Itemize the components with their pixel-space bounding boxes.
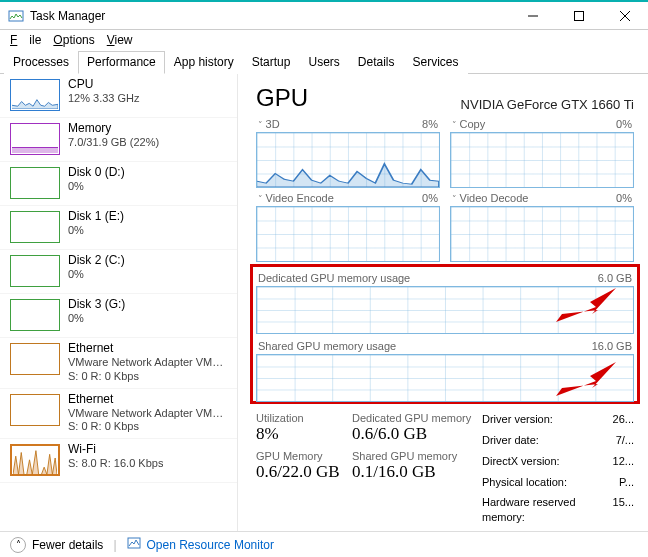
chart-3d[interactable]: 3D8% [256, 118, 440, 188]
sidebar[interactable]: CPU12% 3.33 GHzMemory7.0/31.9 GB (22%)Di… [0, 74, 238, 531]
chevron-up-icon[interactable]: ˄ [10, 537, 26, 553]
dedicated-mem-label: Dedicated GPU memory usage [258, 272, 410, 284]
window-title: Task Manager [30, 9, 510, 23]
menu-file[interactable]: File [4, 31, 47, 49]
menu-view[interactable]: View [101, 31, 139, 49]
thumbnail-chart [10, 343, 60, 375]
sidebar-item-title: Ethernet [68, 341, 228, 356]
sidebar-item-title: Disk 2 (C:) [68, 253, 125, 268]
sidebar-item-sub: 0% [68, 268, 125, 282]
chart-shared-mem[interactable] [256, 354, 634, 402]
sidebar-item-title: Memory [68, 121, 159, 136]
close-button[interactable] [602, 1, 648, 31]
sidebar-item-disk-3-g-[interactable]: Disk 3 (G:)0% [0, 294, 237, 338]
menu-options[interactable]: Options [47, 31, 100, 49]
tab-performance[interactable]: Performance [78, 51, 165, 74]
tab-app-history[interactable]: App history [165, 51, 243, 74]
sidebar-item-title: CPU [68, 77, 140, 92]
sidebar-item-memory[interactable]: Memory7.0/31.9 GB (22%) [0, 118, 237, 162]
sidebar-item-sub: 12% 3.33 GHz [68, 92, 140, 106]
thumbnail-chart [10, 394, 60, 426]
sidebar-item-title: Wi-Fi [68, 442, 163, 457]
sidebar-item-title: Disk 1 (E:) [68, 209, 124, 224]
sidebar-item-disk-2-c-[interactable]: Disk 2 (C:)0% [0, 250, 237, 294]
chart-video-decode[interactable]: Video Decode0% [450, 192, 634, 262]
content-area: CPU12% 3.33 GHzMemory7.0/31.9 GB (22%)Di… [0, 74, 648, 531]
sidebar-item-sub: VMware Network Adapter VMnet8 [68, 407, 228, 421]
stat-shared: 0.1/16.0 GB [352, 462, 472, 482]
fewer-details-button[interactable]: Fewer details [32, 538, 103, 552]
title-bar: Task Manager [0, 0, 648, 30]
page-title: GPU [256, 84, 308, 112]
tab-details[interactable]: Details [349, 51, 404, 74]
sidebar-item-sub: 0% [68, 180, 125, 194]
chart-dedicated-mem[interactable] [256, 286, 634, 334]
sidebar-item-sub: VMware Network Adapter VMnet1 [68, 356, 228, 370]
chart-copy[interactable]: Copy0% [450, 118, 634, 188]
maximize-button[interactable] [556, 1, 602, 31]
stat-gpu-memory: 0.6/22.0 GB [256, 462, 342, 482]
footer-bar: ˄ Fewer details | Open Resource Monitor [0, 531, 648, 557]
menu-bar: File Options View [0, 30, 648, 50]
thumbnail-chart [10, 211, 60, 243]
gpu-model: NVIDIA GeForce GTX 1660 Ti [461, 97, 634, 112]
sidebar-item-disk-0-d-[interactable]: Disk 0 (D:)0% [0, 162, 237, 206]
gpu-stats: Utilization 8% GPU Memory 0.6/22.0 GB De… [256, 412, 634, 525]
sidebar-item-sub: 7.0/31.9 GB (22%) [68, 136, 159, 150]
thumbnail-chart [10, 299, 60, 331]
open-resource-monitor-link[interactable]: Open Resource Monitor [147, 538, 274, 552]
main-panel: GPU NVIDIA GeForce GTX 1660 Ti 3D8% Copy… [238, 74, 648, 531]
thumbnail-chart [10, 444, 60, 476]
tab-bar: Processes Performance App history Startu… [0, 50, 648, 74]
sidebar-item-title: Disk 0 (D:) [68, 165, 125, 180]
sidebar-item-wi-fi[interactable]: Wi-FiS: 8.0 R: 16.0 Kbps [0, 439, 237, 483]
tab-startup[interactable]: Startup [243, 51, 300, 74]
thumbnail-chart [10, 123, 60, 155]
minimize-button[interactable] [510, 1, 556, 31]
memory-charts-block: Dedicated GPU memory usage6.0 GB Shared … [256, 266, 634, 402]
tab-processes[interactable]: Processes [4, 51, 78, 74]
tab-services[interactable]: Services [404, 51, 468, 74]
thumbnail-chart [10, 255, 60, 287]
shared-mem-label: Shared GPU memory usage [258, 340, 396, 352]
resource-monitor-icon [127, 536, 141, 553]
app-icon [8, 8, 24, 24]
sidebar-item-sub2: S: 0 R: 0 Kbps [68, 370, 228, 384]
sidebar-item-sub: 0% [68, 224, 124, 238]
sidebar-item-cpu[interactable]: CPU12% 3.33 GHz [0, 74, 237, 118]
svg-rect-2 [575, 11, 584, 20]
thumbnail-chart [10, 79, 60, 111]
stat-utilization: 8% [256, 424, 342, 444]
sidebar-item-title: Disk 3 (G:) [68, 297, 125, 312]
thumbnail-chart [10, 167, 60, 199]
sidebar-item-ethernet[interactable]: EthernetVMware Network Adapter VMnet8S: … [0, 389, 237, 440]
sidebar-item-disk-1-e-[interactable]: Disk 1 (E:)0% [0, 206, 237, 250]
sidebar-item-title: Ethernet [68, 392, 228, 407]
sidebar-item-sub: 0% [68, 312, 125, 326]
stat-dedicated: 0.6/6.0 GB [352, 424, 472, 444]
chart-grid: 3D8% Copy0% Video Encode0% Video Decode0… [256, 118, 634, 402]
tab-users[interactable]: Users [299, 51, 348, 74]
sidebar-item-sub: S: 8.0 R: 16.0 Kbps [68, 457, 163, 471]
sidebar-item-sub2: S: 0 R: 0 Kbps [68, 420, 228, 434]
sidebar-item-ethernet[interactable]: EthernetVMware Network Adapter VMnet1S: … [0, 338, 237, 389]
chart-video-encode[interactable]: Video Encode0% [256, 192, 440, 262]
